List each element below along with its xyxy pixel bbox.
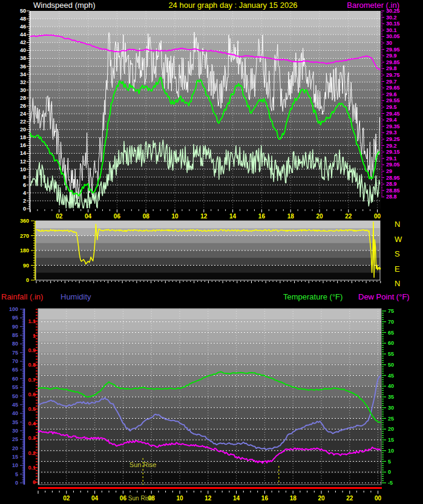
svg-text:15: 15: [388, 437, 394, 443]
svg-text:N: N: [395, 220, 400, 229]
svg-text:0: 0: [23, 206, 26, 212]
svg-text:30.2: 30.2: [386, 15, 397, 21]
svg-text:46: 46: [20, 24, 26, 30]
svg-text:100: 100: [9, 306, 18, 312]
svg-text:12: 12: [205, 495, 212, 502]
svg-text:29.25: 29.25: [386, 136, 400, 142]
svg-text:0.9: 0.9: [28, 347, 36, 353]
svg-text:S: S: [395, 249, 400, 258]
svg-text:40: 40: [388, 383, 394, 389]
svg-text:29.6: 29.6: [386, 91, 397, 97]
windspeed-axis-title: Windspeed (mph): [33, 1, 96, 10]
svg-text:36: 36: [20, 64, 26, 70]
svg-text:02: 02: [63, 495, 70, 502]
svg-text:70: 70: [388, 319, 394, 325]
svg-text:08: 08: [143, 213, 150, 220]
svg-text:00: 00: [374, 213, 381, 220]
svg-text:65: 65: [12, 367, 18, 373]
svg-text:70: 70: [12, 358, 18, 364]
svg-text:0: 0: [26, 277, 29, 283]
svg-text:28.9: 28.9: [386, 181, 397, 187]
svg-text:30: 30: [12, 428, 18, 434]
svg-text:06: 06: [114, 213, 121, 220]
svg-text:29.55: 29.55: [386, 97, 400, 103]
svg-text:26: 26: [20, 103, 26, 109]
svg-text:22: 22: [345, 213, 352, 220]
svg-text:10: 10: [12, 462, 18, 468]
barometer-axis-title: Barometer (.in): [347, 1, 399, 10]
svg-text:65: 65: [388, 330, 394, 336]
svg-text:E: E: [395, 264, 400, 273]
svg-text:10: 10: [171, 213, 179, 220]
svg-text:30: 30: [386, 40, 392, 46]
svg-text:29.75: 29.75: [386, 72, 400, 78]
svg-text:0: 0: [15, 480, 18, 486]
svg-text:38: 38: [20, 55, 26, 61]
windspeed-barometer-chart: 0246810121416182022242628303234363840424…: [20, 8, 400, 220]
svg-text:29.95: 29.95: [386, 47, 400, 53]
svg-text:270: 270: [20, 233, 29, 239]
svg-text:29.1: 29.1: [386, 155, 397, 162]
svg-text:14: 14: [233, 495, 240, 502]
svg-text:29.45: 29.45: [386, 111, 400, 117]
svg-text:12: 12: [200, 213, 208, 220]
svg-text:45: 45: [388, 373, 394, 379]
svg-text:45: 45: [12, 402, 18, 408]
svg-text:20: 20: [388, 426, 394, 432]
svg-text:28.8: 28.8: [386, 194, 397, 200]
svg-text:20: 20: [316, 213, 323, 220]
svg-text:29.8: 29.8: [386, 65, 397, 71]
svg-text:30: 30: [20, 87, 26, 93]
svg-text:50: 50: [20, 8, 26, 14]
svg-text:29.7: 29.7: [386, 79, 397, 85]
svg-text:14: 14: [20, 150, 26, 156]
svg-text:32: 32: [20, 79, 26, 85]
wind-direction-chart: 360270180900NWSEN: [20, 218, 402, 288]
svg-text:18: 18: [287, 213, 295, 220]
svg-text:28.95: 28.95: [386, 175, 400, 181]
svg-text:90: 90: [23, 263, 29, 269]
svg-text:85: 85: [12, 332, 18, 338]
svg-text:1: 1: [33, 333, 36, 339]
svg-text:Sun Rise: Sun Rise: [130, 461, 157, 468]
svg-text:24: 24: [20, 111, 26, 117]
rain-humidity-temp-chart: 1009590858075706560555045403530252015105…: [9, 306, 394, 502]
svg-text:29.9: 29.9: [386, 53, 397, 59]
svg-text:14: 14: [229, 213, 237, 220]
svg-text:0.5: 0.5: [28, 406, 36, 412]
svg-text:48: 48: [20, 16, 26, 22]
svg-text:28: 28: [20, 95, 26, 101]
svg-text:35: 35: [388, 394, 394, 400]
graph-title: 24 hour graph day : January 15 2026: [168, 1, 297, 10]
weather-graph-window: 0246810121416182022242628303234363840424…: [0, 0, 423, 504]
svg-text:75: 75: [12, 350, 18, 356]
rainfall-axis-title: Rainfall (.in): [1, 293, 43, 301]
svg-text:12: 12: [20, 159, 26, 165]
svg-text:5: 5: [15, 471, 18, 477]
svg-text:29.85: 29.85: [386, 59, 400, 65]
svg-text:10: 10: [176, 495, 183, 502]
svg-text:-5: -5: [388, 480, 393, 486]
humidity-axis-title: Humidity: [61, 293, 91, 301]
dew-point-axis-title: Dew Point (°F): [358, 293, 410, 301]
svg-text:16: 16: [261, 495, 269, 502]
svg-text:20: 20: [12, 445, 18, 451]
svg-text:0.3: 0.3: [28, 435, 36, 441]
svg-text:0.2: 0.2: [28, 450, 36, 456]
svg-text:4: 4: [23, 190, 26, 196]
weather-charts-canvas: 0246810121416182022242628303234363840424…: [0, 0, 423, 504]
svg-text:25: 25: [12, 436, 18, 442]
svg-text:18: 18: [290, 495, 297, 502]
svg-text:60: 60: [12, 376, 18, 382]
svg-text:44: 44: [20, 31, 26, 38]
svg-text:29.05: 29.05: [386, 162, 400, 168]
svg-text:180: 180: [20, 247, 29, 254]
svg-text:0.4: 0.4: [28, 421, 36, 427]
svg-text:30: 30: [388, 405, 394, 411]
svg-text:04: 04: [85, 213, 92, 220]
svg-text:30.1: 30.1: [386, 27, 397, 33]
svg-text:06: 06: [120, 495, 127, 502]
svg-text:22: 22: [20, 119, 26, 125]
svg-text:1.1: 1.1: [28, 318, 36, 324]
svg-text:10: 10: [388, 448, 394, 454]
